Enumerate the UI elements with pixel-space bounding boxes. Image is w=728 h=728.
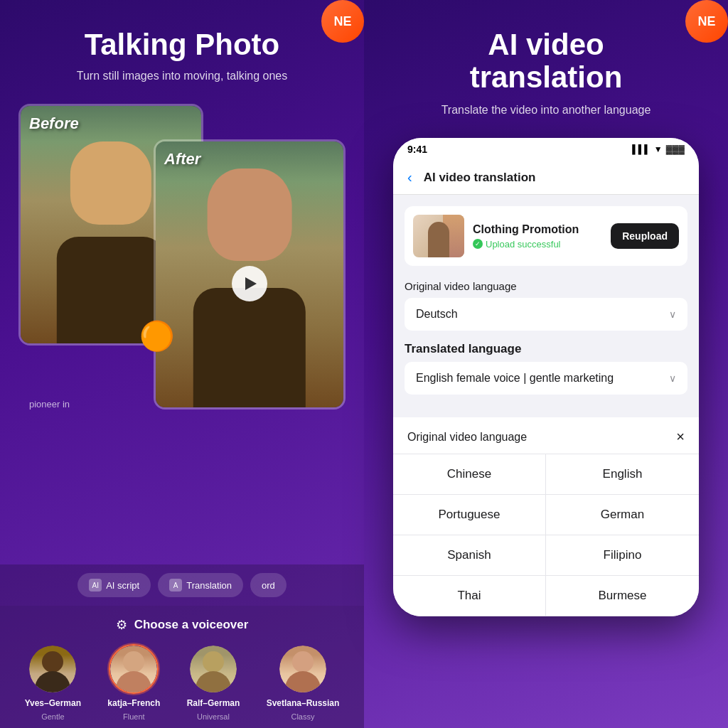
status-icons: ▌▌▌ ▼ ▓▓▓: [632, 144, 685, 154]
voice-avatar-yves: [28, 644, 77, 694]
language-spanish[interactable]: Spanish: [393, 535, 546, 576]
left-panel: NE Talking Photo Turn still images into …: [0, 0, 364, 728]
yves-body: [35, 671, 70, 692]
voiceover-section: ⚙ Choose a voiceover Yves–German Gentle: [0, 606, 364, 728]
mona-head-after: [208, 168, 292, 262]
tab-ai-script-label: AI script: [106, 580, 139, 591]
bottom-tabs: AI AI script A Translation ord: [0, 564, 364, 606]
voice-ralf[interactable]: Ralf–German Universal: [187, 644, 240, 721]
tab-translation-label: Translation: [186, 580, 232, 591]
left-subtitle: Turn still images into moving, talking o…: [77, 70, 287, 82]
original-language-label: Original video language: [405, 280, 687, 292]
yves-style: Gentle: [41, 712, 64, 721]
before-label: Before: [29, 114, 79, 133]
language-thai[interactable]: Thai: [393, 576, 546, 616]
phone-content: Clothing Promotion ✓ Upload successful R…: [393, 195, 699, 417]
ralf-style: Universal: [197, 712, 230, 721]
original-language-value: Deutsch: [416, 308, 458, 321]
chevron-down-icon: ∨: [669, 309, 676, 320]
left-title: Talking Photo: [77, 28, 287, 61]
svetlana-head: [292, 651, 314, 673]
voiceover-title: Choose a voiceover: [134, 618, 249, 632]
avatar-yves-face: [29, 646, 76, 692]
video-info: Clothing Promotion ✓ Upload successful: [473, 223, 602, 250]
check-icon: ✓: [473, 239, 483, 249]
play-triangle-icon: [245, 277, 257, 290]
yves-person: [29, 646, 76, 692]
svetlana-style: Classy: [291, 712, 314, 721]
yves-name: Yves–German: [25, 698, 81, 708]
right-subtitle: Translate the video into another languag…: [441, 104, 651, 117]
original-language-dropdown[interactable]: Deutsch ∨: [405, 298, 687, 331]
language-german[interactable]: German: [546, 495, 699, 535]
video-thumb-figure: [428, 222, 449, 257]
filter-icon: ⚙: [116, 617, 127, 633]
katja-head: [123, 651, 144, 673]
bottom-sheet: Original video language × Chinese Englis…: [393, 417, 699, 616]
avatar-svetlana-face: [279, 646, 326, 692]
svetlana-name: Svetlana–Russian: [267, 698, 340, 708]
tab-record-label: ord: [262, 580, 275, 591]
tab-ai-script[interactable]: AI AI script: [77, 573, 151, 597]
mona-head-before: [70, 141, 151, 225]
wifi-icon: ▼: [654, 144, 663, 154]
video-thumbnail: [413, 215, 464, 257]
back-arrow-icon[interactable]: ‹: [407, 169, 412, 186]
svetlana-person: [279, 646, 326, 692]
signal-icon: ▌▌▌: [632, 144, 651, 154]
language-english[interactable]: English: [546, 454, 699, 495]
ralf-body: [196, 671, 231, 692]
voice-avatar-ralf: [188, 644, 238, 694]
voice-avatar-svetlana: [278, 644, 328, 694]
reupload-button[interactable]: Reupload: [611, 223, 679, 249]
voice-yves[interactable]: Yves–German Gentle: [25, 644, 81, 721]
mona-body-after: [193, 288, 306, 407]
status-time: 9:41: [407, 144, 427, 155]
tab-translation[interactable]: A Translation: [158, 573, 243, 597]
tab-record[interactable]: ord: [250, 573, 287, 597]
language-chinese[interactable]: Chinese: [393, 454, 546, 495]
katja-style: Fluent: [123, 712, 145, 721]
right-title: AI videotranslation: [441, 28, 651, 94]
translation-icon: A: [169, 579, 182, 592]
right-header: AI videotranslation Translate the video …: [420, 0, 673, 131]
nav-title: AI video translation: [424, 171, 536, 185]
language-portuguese[interactable]: Portuguese: [393, 495, 546, 535]
new-badge-left: NE: [321, 0, 364, 43]
pioneer-text: pioneer in: [29, 399, 70, 410]
avatar-katja-face: [110, 646, 157, 692]
upload-status: ✓ Upload successful: [473, 239, 602, 250]
play-button[interactable]: [232, 266, 267, 301]
ai-script-icon: AI: [89, 579, 102, 592]
bottom-sheet-header: Original video language ×: [393, 417, 699, 454]
yves-head: [42, 651, 63, 673]
ralf-head: [203, 651, 224, 673]
phone-nav: ‹ AI video translation: [393, 161, 699, 195]
images-container: Before After 🟠 pioneer in: [18, 104, 346, 417]
voice-katja[interactable]: katja–French Fluent: [107, 644, 160, 721]
katja-body: [116, 671, 151, 692]
language-filipino[interactable]: Filipino: [546, 535, 699, 576]
battery-icon: ▓▓▓: [666, 144, 685, 154]
language-burmese[interactable]: Burmese: [546, 576, 699, 616]
left-header: Talking Photo Turn still images into mov…: [55, 0, 309, 97]
katja-person: [110, 646, 157, 692]
language-grid: Chinese English Portuguese German Spanis…: [393, 454, 699, 616]
voices-row: Yves–German Gentle katja–French Fluent: [14, 644, 350, 721]
katja-name: katja–French: [107, 698, 160, 708]
right-panel: NE AI videotranslation Translate the vid…: [364, 0, 728, 728]
voice-avatar-katja: [109, 644, 159, 694]
close-button[interactable]: ×: [676, 429, 685, 445]
sheet-title: Original video language: [407, 431, 527, 444]
voice-svetlana[interactable]: Svetlana–Russian Classy: [267, 644, 340, 721]
ralf-name: Ralf–German: [187, 698, 240, 708]
phone-mockup: 9:41 ▌▌▌ ▼ ▓▓▓ ‹ AI video translation Cl…: [393, 138, 699, 616]
after-card: After: [154, 139, 346, 410]
chevron-down-icon-2: ∨: [669, 373, 676, 384]
avatar-ralf-face: [190, 646, 237, 692]
after-label: After: [164, 150, 200, 168]
new-badge-right: NE: [685, 0, 728, 43]
voiceover-header: ⚙ Choose a voiceover: [14, 617, 350, 633]
upload-status-text: Upload successful: [486, 239, 561, 250]
translated-language-dropdown[interactable]: English female voice | gentle marketing …: [405, 362, 687, 395]
